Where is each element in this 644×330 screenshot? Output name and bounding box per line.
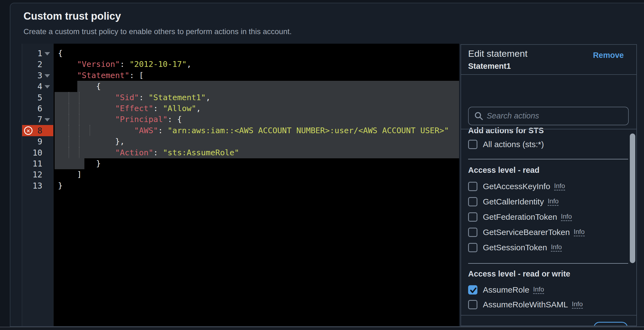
action-row: AssumeRoleWithSAMLInfo bbox=[461, 297, 636, 312]
line-number: 6 bbox=[37, 103, 42, 114]
gutter-cell: 13 bbox=[22, 180, 53, 191]
checkbox-unchecked[interactable] bbox=[468, 212, 477, 222]
selection-highlight bbox=[77, 81, 459, 92]
action-label: AssumeRole bbox=[483, 285, 529, 295]
info-link[interactable]: Info bbox=[533, 286, 544, 294]
code-text: }, bbox=[54, 136, 125, 147]
fold-arrow-icon[interactable] bbox=[45, 85, 50, 88]
fold-arrow-icon[interactable] bbox=[45, 52, 50, 55]
code-line: 4 { bbox=[22, 81, 459, 92]
gutter-cell: 2 bbox=[22, 59, 53, 70]
fold-arrow-icon[interactable] bbox=[45, 118, 50, 121]
info-link[interactable]: Info bbox=[572, 301, 583, 309]
policy-json-editor[interactable]: 1{2 "Version": "2012-10-17",3 "Statement… bbox=[22, 44, 459, 326]
info-link[interactable]: Info bbox=[574, 228, 585, 236]
action-row: GetSessionTokenInfo bbox=[461, 240, 636, 255]
code-text: ] bbox=[54, 169, 82, 180]
divider bbox=[468, 263, 628, 264]
code-line: 7 "Principal": { bbox=[22, 114, 459, 125]
action-label: GetFederationToken bbox=[483, 212, 557, 222]
line-number: 8 bbox=[37, 125, 42, 136]
gutter-cell: 4 bbox=[22, 81, 53, 92]
checkbox-unchecked[interactable] bbox=[468, 228, 477, 237]
line-number: 13 bbox=[33, 180, 42, 191]
action-label: GetCallerIdentity bbox=[483, 197, 544, 206]
action-label: AssumeRoleWithSAML bbox=[483, 300, 568, 309]
code-line: 9 }, bbox=[22, 136, 459, 147]
code-area-line: } bbox=[54, 180, 459, 191]
line-number: 2 bbox=[37, 59, 42, 70]
gutter-cell: 12 bbox=[22, 169, 53, 180]
checkbox-checked[interactable] bbox=[468, 285, 477, 295]
code-area-line: "Sid": "Statement1", bbox=[54, 92, 459, 103]
add-principal-section: Add a principal Add bbox=[461, 315, 636, 326]
code-area-line: } bbox=[54, 158, 459, 169]
code-text: } bbox=[54, 158, 101, 169]
code-text: "Version": "2012-10-17", bbox=[54, 59, 191, 70]
gutter-cell: 6 bbox=[22, 103, 53, 114]
page-title: Custom trust policy bbox=[23, 10, 121, 22]
code-text: "Effect": "Allow", bbox=[54, 103, 201, 114]
action-row: All actions (sts:*) bbox=[461, 137, 636, 152]
code-area-line: "Action": "sts:AssumeRole" bbox=[54, 147, 459, 158]
gutter-cell: 3 bbox=[22, 70, 53, 81]
panel-title: Edit statement bbox=[468, 48, 527, 59]
code-area-line: "Principal": { bbox=[54, 114, 459, 125]
action-row: GetAccessKeyInfoInfo bbox=[461, 179, 636, 194]
search-icon bbox=[474, 111, 483, 121]
info-link[interactable]: Info bbox=[561, 213, 572, 221]
code-line: 6 "Effect": "Allow", bbox=[22, 103, 459, 114]
divider bbox=[461, 129, 636, 129]
gutter-error-cell: 8✕ bbox=[22, 125, 53, 136]
code-line: 8✕ "AWS": "arn:aws:iam::<AWS ACCOUNT NUM… bbox=[22, 125, 459, 136]
checkbox-unchecked[interactable] bbox=[468, 140, 477, 149]
action-row: GetCallerIdentityInfo bbox=[461, 194, 636, 209]
remove-statement-link[interactable]: Remove bbox=[593, 51, 624, 60]
edit-statement-panel: Edit statement Statement1 Remove Add act… bbox=[460, 44, 637, 326]
page-subtitle: Create a custom trust policy to enable o… bbox=[23, 27, 292, 36]
action-label: GetAccessKeyInfo bbox=[483, 182, 550, 191]
gutter-cell: 1 bbox=[22, 48, 53, 59]
code-line: 10 "Action": "sts:AssumeRole" bbox=[22, 147, 459, 158]
access-level-heading: Access level - read or write bbox=[468, 269, 570, 278]
search-actions-input[interactable] bbox=[486, 108, 626, 124]
code-line: 5 "Sid": "Statement1", bbox=[22, 92, 459, 103]
error-icon: ✕ bbox=[24, 126, 33, 135]
code-text: "AWS": "arn:aws:iam::<AWS ACCOUNT NUMBER… bbox=[54, 125, 449, 136]
code-area-line: "Version": "2012-10-17", bbox=[54, 59, 459, 70]
line-number: 5 bbox=[37, 92, 42, 103]
code-text: "Action": "sts:AssumeRole" bbox=[54, 147, 239, 158]
info-link[interactable]: Info bbox=[551, 244, 562, 252]
action-row: GetFederationTokenInfo bbox=[461, 209, 636, 225]
fold-arrow-icon[interactable] bbox=[45, 74, 50, 78]
code-area-line: { bbox=[54, 81, 459, 92]
line-number: 11 bbox=[33, 158, 42, 169]
code-text: "Statement": [ bbox=[54, 70, 144, 81]
checkbox-unchecked[interactable] bbox=[468, 182, 477, 191]
action-label: GetServiceBearerToken bbox=[483, 228, 570, 237]
info-link[interactable]: Info bbox=[554, 183, 565, 191]
divider bbox=[468, 159, 628, 159]
action-row: AssumeRoleInfo bbox=[461, 282, 636, 298]
custom-trust-policy-page: Custom trust policy Create a custom trus… bbox=[0, 0, 644, 330]
add-actions-heading: Add actions for STS bbox=[468, 126, 544, 135]
code-area-line: "Statement": [ bbox=[54, 70, 459, 81]
code-line: 1{ bbox=[22, 48, 459, 59]
checkbox-unchecked[interactable] bbox=[468, 243, 477, 252]
line-number: 12 bbox=[33, 169, 42, 180]
checkbox-unchecked[interactable] bbox=[468, 197, 477, 206]
access-level-heading: Access level - read bbox=[468, 166, 539, 175]
code-text: { bbox=[54, 48, 63, 59]
gutter-cell: 11 bbox=[22, 158, 53, 169]
search-actions-box bbox=[468, 107, 629, 125]
info-link[interactable]: Info bbox=[548, 198, 559, 206]
edit-statement-header: Edit statement Statement1 Remove bbox=[461, 45, 636, 75]
code-text: "Principal": { bbox=[54, 114, 182, 125]
gutter-cell: 7 bbox=[22, 114, 53, 125]
checkbox-unchecked[interactable] bbox=[468, 300, 477, 309]
add-button[interactable]: Add bbox=[593, 322, 628, 326]
scrollbar-thumb[interactable] bbox=[630, 133, 635, 263]
code-line: 11 } bbox=[22, 158, 459, 169]
code-line: 13} bbox=[22, 180, 459, 191]
code-line: 3 "Statement": [ bbox=[22, 70, 459, 81]
